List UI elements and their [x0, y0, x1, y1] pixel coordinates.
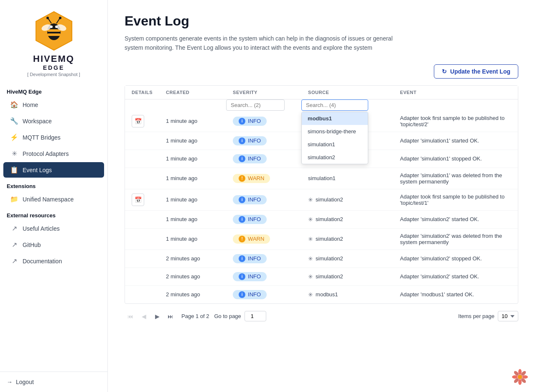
goto-page-input[interactable] — [245, 311, 266, 321]
pagination-next-button[interactable]: ▶ — [151, 311, 163, 322]
cell-created: 1 minute ago — [159, 150, 226, 168]
source-cell: simulation1 — [308, 175, 387, 181]
logout-button[interactable]: → Logout — [7, 379, 101, 385]
items-per-page-select[interactable]: 5 10 20 50 — [498, 311, 518, 321]
source-cell: ✳simulation2 — [308, 273, 387, 280]
table-row: 1 minute ago iINFO ✳simulation2 Adapter … — [125, 210, 518, 228]
cell-event: Adapter 'simulation2' was deleted from t… — [393, 228, 518, 249]
info-icon: i — [239, 118, 245, 125]
severity-badge-info: iINFO — [233, 272, 267, 281]
sidebar-item-workspace[interactable]: 🔧 Workspace — [3, 113, 104, 129]
dropdown-item-simulation2[interactable]: simulation2 — [302, 151, 368, 164]
severity-badge-info: iINFO — [233, 136, 267, 145]
sidebar-item-home[interactable]: 🏠 Home — [3, 97, 104, 112]
sidebar-item-github[interactable]: ↗ GitHub — [3, 237, 104, 252]
table-row: 📅 1 minute ago iINFO ✳simulation2 Adapte… — [125, 189, 518, 210]
dropdown-item-simons-bridge[interactable]: simons-bridge-there — [302, 125, 368, 138]
pagination-last-button[interactable]: ⏭ — [165, 311, 176, 322]
items-per-page-wrapper: Items per page 5 10 20 50 — [458, 311, 518, 321]
details-button[interactable]: 📅 — [132, 193, 144, 206]
svg-point-10 — [50, 25, 53, 28]
col-header-source: SOURCE — [301, 86, 393, 99]
cell-event: Adapter took first sample to be publishe… — [393, 111, 518, 132]
sidebar-item-protocol-adapters-label: Protocol Adapters — [23, 150, 69, 157]
cell-created: 1 minute ago — [159, 111, 226, 132]
info-icon: i — [239, 216, 245, 223]
cell-created: 2 minutes ago — [159, 285, 226, 303]
event-log-table: DETAILS CREATED SEVERITY SOURCE EVENT — [125, 86, 518, 303]
warn-icon: ! — [239, 175, 245, 182]
source-label: simulation2 — [316, 255, 343, 262]
cell-event: Adapter 'simulation2' stopped OK. — [393, 249, 518, 267]
svg-point-16 — [522, 375, 528, 379]
pagination-first-button[interactable]: ⏮ — [125, 311, 136, 322]
svg-point-9 — [59, 17, 61, 19]
info-icon: i — [239, 273, 245, 280]
svg-rect-2 — [47, 29, 61, 32]
sidebar-item-documentation-label: Documentation — [23, 258, 62, 265]
source-cell: ✳simulation2 — [308, 255, 387, 262]
svg-point-11 — [55, 25, 58, 28]
severity-badge-info: iINFO — [233, 215, 267, 224]
sidebar-item-event-logs-label: Event Logs — [23, 167, 52, 173]
adapter-icon: ✳ — [308, 291, 313, 298]
table-row: 2 minutes ago iINFO ✳modbus1 Adapter 'mo… — [125, 285, 518, 303]
cell-created: 1 minute ago — [159, 168, 226, 189]
documentation-icon: ↗ — [10, 257, 18, 265]
info-icon: i — [239, 255, 245, 262]
logo-area: HIVEMQ EDGE [ Development Snapshot ] — [0, 0, 107, 84]
info-icon: i — [239, 196, 245, 203]
sidebar-item-protocol-adapters[interactable]: ✳ Protocol Adapters — [3, 146, 104, 161]
logo-subtitle: EDGE — [43, 64, 65, 71]
sidebar-item-mqtt-bridges[interactable]: ⚡ MQTT Bridges — [3, 130, 104, 145]
source-search-input[interactable] — [301, 99, 368, 111]
cell-event: Adapter took first sample to be publishe… — [393, 189, 518, 210]
pagination-prev-button[interactable]: ◀ — [138, 311, 150, 322]
dropdown-item-simulation1[interactable]: simulation1 — [302, 138, 368, 151]
cell-event: Adapter 'simulation1' stopped OK. — [393, 150, 518, 168]
dropdown-item-modbus1[interactable]: modbus1 — [302, 112, 368, 125]
source-dropdown: modbus1 simons-bridge-there simulation1 … — [301, 112, 368, 164]
adapter-icon: ✳ — [308, 255, 313, 262]
svg-point-15 — [512, 375, 518, 379]
severity-badge-info: iINFO — [233, 290, 267, 299]
severity-search-input[interactable] — [226, 99, 285, 111]
useful-articles-icon: ↗ — [10, 224, 18, 232]
logout-icon: → — [7, 379, 13, 385]
sidebar-item-useful-articles-label: Useful Articles — [23, 225, 60, 232]
adapter-icon: ✳ — [308, 273, 313, 280]
logo-title: HIVEMQ — [33, 53, 74, 64]
svg-point-13 — [518, 369, 522, 375]
main-content: Event Log System components generate eve… — [108, 0, 535, 392]
adapter-icon: ✳ — [308, 236, 313, 242]
sidebar-item-home-label: Home — [23, 102, 38, 108]
sidebar-item-documentation[interactable]: ↗ Documentation — [3, 253, 104, 269]
col-header-event: EVENT — [393, 86, 518, 99]
col-header-created: CREATED — [159, 86, 226, 99]
source-label: simulation2 — [316, 236, 343, 242]
table-header: DETAILS CREATED SEVERITY SOURCE EVENT — [125, 86, 518, 111]
cell-event: Adapter 'simulation2' started OK. — [393, 210, 518, 228]
cell-created: 1 minute ago — [159, 189, 226, 210]
update-event-log-button[interactable]: ↻ Update the Event Log — [434, 64, 518, 79]
severity-badge-info: iINFO — [233, 254, 267, 263]
sidebar-item-unified-namespace[interactable]: 📁 Unified Namespace — [3, 191, 104, 207]
details-button[interactable]: 📅 — [132, 115, 144, 127]
table-filter-row: modbus1 simons-bridge-there simulation1 … — [125, 99, 518, 111]
pagination: ⏮ ◀ ▶ ⏭ Page 1 of 2 Go to page Items per… — [125, 304, 518, 324]
sidebar-item-event-logs[interactable]: 📋 Event Logs — [3, 162, 104, 178]
cell-created: 1 minute ago — [159, 132, 226, 150]
update-button-label: Update the Event Log — [450, 68, 510, 75]
svg-point-14 — [518, 379, 522, 385]
sidebar-item-useful-articles[interactable]: ↗ Useful Articles — [3, 221, 104, 236]
svg-point-21 — [518, 375, 522, 379]
source-search-wrapper: modbus1 simons-bridge-there simulation1 … — [301, 99, 368, 111]
event-logs-icon: 📋 — [10, 166, 18, 174]
info-icon: i — [239, 137, 245, 144]
source-cell: ✳simulation2 — [308, 216, 387, 223]
pagination-page-info: Page 1 of 2 — [181, 313, 209, 319]
sidebar-footer: → Logout — [0, 372, 107, 392]
home-icon: 🏠 — [10, 101, 18, 109]
source-cell: ✳modbus1 — [308, 291, 387, 298]
info-icon: i — [239, 291, 245, 298]
